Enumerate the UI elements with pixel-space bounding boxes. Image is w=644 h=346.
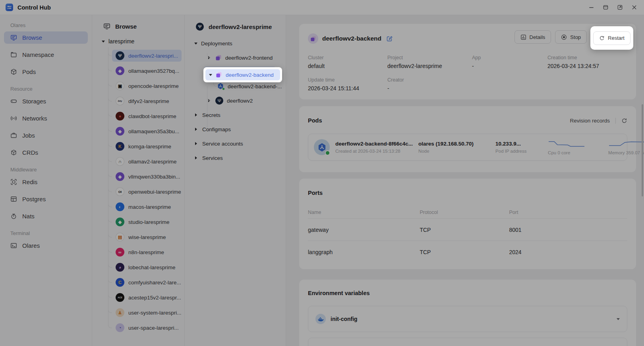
button-label: Restart (608, 35, 625, 41)
dim-overlay (0, 0, 644, 346)
tree-item-label: deerflowv2-backend (226, 72, 274, 78)
restart-icon (599, 35, 605, 41)
deployment-icon (216, 72, 222, 78)
control-hub-window: Control Hub Olares Browse (0, 0, 644, 346)
restart-button[interactable]: Restart (593, 31, 630, 45)
chevron-down-icon[interactable] (209, 74, 212, 78)
spotlight-tree-item-deerflowv2-backend[interactable]: deerflowv2-backend (203, 67, 282, 82)
spotlight-restart-button: Restart (590, 26, 633, 50)
